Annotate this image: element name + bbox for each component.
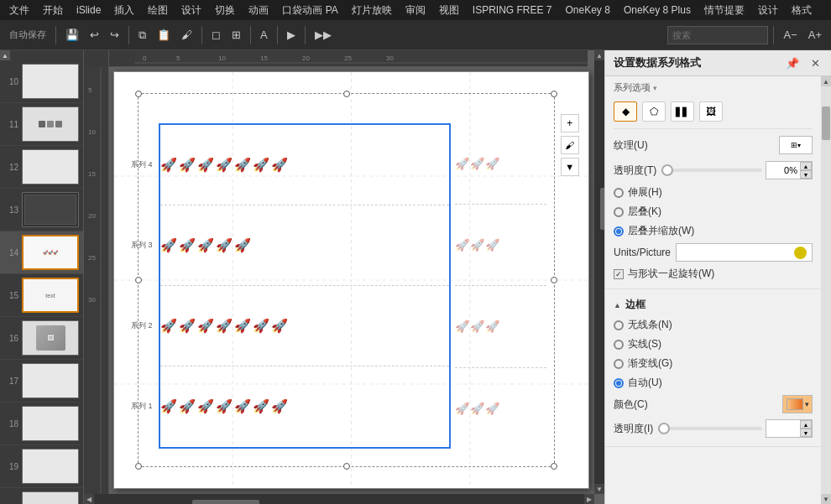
menu-file[interactable]: 文件 [3,2,35,19]
texture-arrow-icon: ▾ [797,142,801,149]
handle-mr[interactable] [551,277,557,283]
textbox-btn[interactable]: A [256,26,272,44]
transparency2-thumb[interactable] [658,423,670,434]
play-btn[interactable]: ▶▶ [311,26,336,44]
handle-tr[interactable] [551,91,557,97]
slide-item-18[interactable]: 18 [0,403,83,445]
menu-design2[interactable]: 设计 [752,2,784,19]
handle-tm[interactable] [343,91,350,97]
transparency-down-btn[interactable]: ▼ [800,170,812,179]
canvas-scroll-left-btn[interactable]: ◀ [84,494,94,504]
slide-item-15[interactable]: 15 text [0,274,83,317]
rotate-checkbox[interactable]: ✓ [614,269,624,279]
menu-islide[interactable]: iSlide [71,3,107,18]
handle-bm[interactable] [343,463,350,470]
canvas-scroll-right-btn[interactable]: ▶ [584,494,594,504]
shapes-btn[interactable]: ◻ [207,26,225,44]
handle-bl[interactable] [135,463,142,470]
fmt-icon-pentagon[interactable]: ⬠ [642,101,666,122]
scroll-up-btn[interactable]: ▲ [0,50,10,60]
solid-line-radio[interactable] [614,340,624,350]
handle-tl[interactable] [135,91,142,97]
panel-scroll-up-btn[interactable]: ▲ [821,76,831,86]
menu-ispring[interactable]: ISPRING FREE 7 [467,3,558,18]
undo-btn[interactable]: ↩ [86,26,103,44]
chart-add-btn[interactable]: + [561,114,579,132]
menu-slideshow[interactable]: 灯片放映 [346,2,398,19]
transparency2-input[interactable] [766,420,800,437]
stack-radio[interactable] [614,207,624,217]
media-btn[interactable]: ▶ [283,26,300,44]
stack-scale-radio[interactable] [614,226,624,236]
menu-insert[interactable]: 插入 [108,2,140,19]
transparency-input[interactable]: 0% [766,162,800,179]
transparency2-down-btn[interactable]: ▼ [800,429,812,437]
chart-filter-btn[interactable]: ▼ [561,158,579,176]
slide-item-10[interactable]: 10 [0,60,83,103]
slide-thumb-18 [22,406,79,441]
border-section-header[interactable]: ▲ 边框 [614,294,813,315]
panel-scroll-thumb[interactable] [822,107,830,140]
ruler-top: 0 5 10 15 20 25 30 [109,50,588,67]
slide-item-17[interactable]: 17 [0,360,83,403]
menu-review[interactable]: 审阅 [400,2,431,19]
panel-scroll-down-btn[interactable]: ▼ [821,494,831,504]
canvas-scroll-thumb-h[interactable] [192,500,259,504]
color-picker-btn[interactable]: ▾ [782,395,813,413]
transparency2-slider[interactable] [658,427,762,430]
format-btn[interactable]: 🖌 [177,26,196,44]
no-line-radio[interactable] [614,320,624,330]
menu-draw[interactable]: 绘图 [142,2,174,19]
fmt-icon-image[interactable]: 🖼 [699,101,723,122]
canvas-scroll-h[interactable]: ◀ ▶ [84,494,594,504]
menu-storyboard[interactable]: 情节提要 [698,2,750,19]
transparency-thumb[interactable] [661,164,673,176]
gradient-line-radio[interactable] [614,359,624,369]
transparency2-up-btn[interactable]: ▲ [800,420,812,429]
redo-btn[interactable]: ↪ [106,26,123,44]
transparency-up-btn[interactable]: ▲ [800,162,812,170]
panel-close-btn[interactable]: ✕ [808,56,823,70]
menu-format[interactable]: 格式 [786,2,818,19]
chart-brush-btn[interactable]: 🖌 [561,136,579,154]
slide-item-13[interactable]: 13 [0,189,83,231]
fmt-icon-bar[interactable]: ▋▋ [671,101,694,122]
zoom-out-btn[interactable]: A− [779,26,801,44]
transparency-slider[interactable] [661,169,762,172]
menu-onekey8plus[interactable]: OneKey 8 Plus [618,3,697,18]
slide-item-12[interactable]: 12 [0,146,83,189]
autosave-btn[interactable]: 自动保存 [5,26,50,44]
menu-onekey8[interactable]: OneKey 8 [560,3,616,18]
menu-design[interactable]: 设计 [175,2,207,19]
canvas-scroll-up-btn[interactable]: ▲ [594,50,604,60]
stretch-radio[interactable] [614,188,624,198]
canvas-scroll-thumb-v[interactable] [600,188,604,230]
handle-ml[interactable] [135,277,142,283]
search-input[interactable] [667,26,768,44]
panel-pin-btn[interactable]: 📌 [783,56,802,70]
series-options-section: 系列选项 ▾ ◆ ⬠ ▋▋ [605,76,821,289]
auto-radio[interactable] [614,378,624,388]
menu-animation[interactable]: 动画 [243,2,274,19]
paste-btn[interactable]: 📋 [153,26,175,44]
slide-item-16[interactable]: 16 🖼 [0,317,83,360]
slide-item-19[interactable]: 19 [0,445,83,488]
menu-start[interactable]: 开始 [37,2,69,19]
slide-item-11[interactable]: 11 [0,103,83,146]
zoom-in-btn[interactable]: A+ [804,26,826,44]
menu-pocket-animation[interactable]: 口袋动画 PA [276,2,343,19]
copy-btn[interactable]: ⧉ [134,26,150,44]
canvas-scroll-v[interactable]: ▲ ▼ [594,50,604,494]
handle-br[interactable] [551,463,557,470]
slide-item-14[interactable]: 14 🚀🚀🚀 [0,231,83,274]
slide-item-20[interactable]: 20 thumb [0,488,83,504]
arrange-btn[interactable]: ⊞ [227,26,245,44]
slide-number-13: 13 [3,205,18,215]
save-btn[interactable]: 💾 [61,26,83,44]
menu-view[interactable]: 视图 [433,2,465,19]
menu-switch[interactable]: 切换 [209,2,241,19]
units-picture-input-box[interactable] [676,243,813,262]
canvas-scroll-down-btn[interactable]: ▼ [594,484,604,494]
texture-dropdown-btn[interactable]: ⊞ ▾ [779,136,813,154]
fmt-icon-diamond[interactable]: ◆ [614,101,637,122]
